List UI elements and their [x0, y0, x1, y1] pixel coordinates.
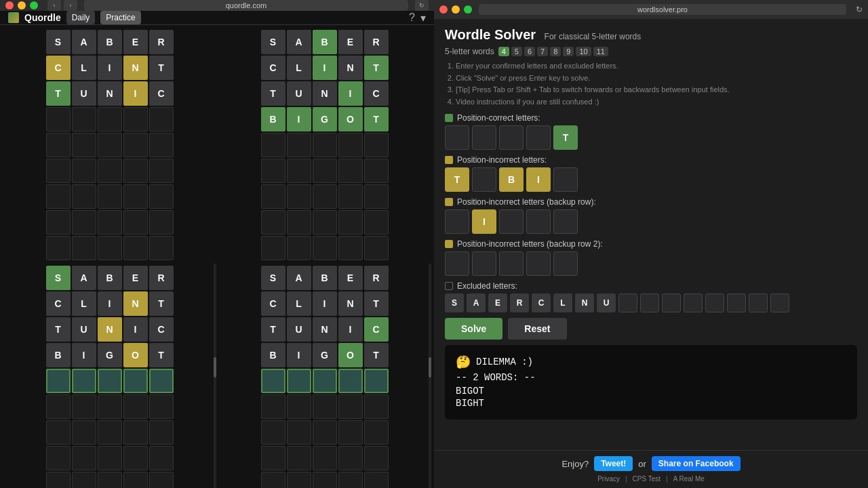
letter-input-cell[interactable] — [472, 125, 496, 150]
right-fullscreen-dot[interactable] — [464, 5, 472, 14]
grid-cell: B — [98, 30, 122, 54]
grid-cell — [149, 133, 174, 157]
letter-input-cell[interactable] — [499, 251, 524, 276]
word-count-10[interactable]: 10 — [576, 47, 591, 56]
grid-cell: N — [98, 81, 122, 106]
tweet-button[interactable]: Tweet! — [594, 456, 633, 471]
chevron-down-icon[interactable]: ▾ — [420, 12, 426, 24]
close-dot[interactable] — [5, 1, 14, 9]
solve-button[interactable]: Solve — [445, 318, 502, 340]
facebook-button[interactable]: Share on Facebook — [652, 456, 741, 471]
grid-cell — [338, 133, 363, 157]
word-count-5[interactable]: 5 — [511, 47, 522, 56]
refresh-btn[interactable]: ↻ — [415, 0, 429, 11]
word-count-8[interactable]: 8 — [550, 47, 561, 56]
practice-btn[interactable]: Practice — [100, 11, 140, 24]
word-count-6[interactable]: 6 — [524, 47, 535, 56]
letter-input-cell[interactable]: I — [472, 209, 496, 234]
excluded-empty-cell[interactable] — [705, 293, 724, 312]
letter-input-cell[interactable] — [499, 125, 524, 150]
excluded-letter-cell[interactable]: S — [445, 293, 464, 312]
minimize-dot[interactable] — [18, 1, 26, 9]
excluded-letter-cell[interactable]: R — [510, 293, 529, 312]
letter-input-cell[interactable] — [445, 125, 469, 150]
word-count-4[interactable]: 4 — [498, 47, 509, 56]
word-count-7[interactable]: 7 — [537, 47, 548, 56]
position-correct-inputs[interactable]: T — [445, 125, 857, 150]
grid-cell: N — [98, 317, 122, 342]
right-refresh-icon[interactable]: ↻ — [856, 5, 863, 14]
letter-input-cell[interactable]: B — [499, 167, 524, 192]
excluded-letter-cell[interactable]: E — [488, 293, 507, 312]
grid-row — [5, 420, 214, 445]
letter-input-cell[interactable] — [499, 209, 524, 234]
left-url-bar[interactable]: quordle.com — [84, 0, 408, 11]
excluded-empty-cell[interactable] — [770, 293, 789, 312]
letter-input-cell[interactable] — [472, 167, 496, 192]
right-url-bar[interactable]: wordlsolver.pro — [479, 4, 846, 15]
grid-cell — [261, 420, 285, 445]
letter-input-cell[interactable] — [472, 251, 496, 276]
grid-row: CLINT — [5, 291, 214, 316]
grid-cell — [72, 369, 96, 393]
grid-row: TUNIC — [220, 317, 429, 342]
excluded-letter-cell[interactable]: A — [467, 293, 486, 312]
solver-title: Wordle Solver — [445, 27, 536, 42]
grid-cell — [72, 446, 96, 470]
letter-input-cell[interactable] — [526, 209, 551, 234]
right-close-dot[interactable] — [439, 5, 448, 14]
letter-input-cell[interactable] — [445, 251, 469, 276]
grid-cell: T — [46, 81, 71, 106]
letter-input-cell[interactable] — [526, 125, 551, 150]
footer-link-cps-test[interactable]: CPS Test — [633, 475, 661, 483]
excluded-letter-cell[interactable]: L — [553, 293, 572, 312]
letter-input-cell[interactable]: I — [526, 167, 551, 192]
excluded-empty-cell[interactable] — [640, 293, 659, 312]
excluded-letters[interactable]: SAERCLNU — [445, 293, 857, 312]
back-btn[interactable]: ‹ — [47, 0, 61, 11]
letter-input-cell[interactable]: T — [445, 167, 469, 192]
excluded-empty-cell[interactable] — [684, 293, 703, 312]
excluded-empty-cell[interactable] — [662, 293, 681, 312]
correct-dot-icon — [445, 114, 453, 122]
excluded-empty-cell[interactable] — [727, 293, 746, 312]
footer-link-privacy[interactable]: Privacy — [597, 475, 620, 483]
excluded-empty-cell[interactable] — [749, 293, 768, 312]
grid-cell — [149, 159, 174, 183]
instruction-item: Video instructions if you are still conf… — [456, 96, 857, 108]
letter-input-cell[interactable] — [526, 251, 551, 276]
letter-input-cell[interactable] — [553, 251, 578, 276]
reset-button[interactable]: Reset — [508, 318, 566, 340]
grid-cell — [261, 394, 285, 419]
grid-cell — [123, 107, 148, 131]
grid-cell — [98, 446, 122, 470]
position-incorrect-inputs[interactable]: TBI — [445, 167, 857, 192]
excluded-letter-cell[interactable]: N — [575, 293, 594, 312]
footer-link-a-real-me[interactable]: A Real Me — [673, 475, 705, 483]
right-minimize-dot[interactable] — [452, 5, 460, 14]
position-incorrect-backup2-inputs[interactable] — [445, 251, 857, 276]
grid-cell — [261, 369, 285, 393]
word-count-11[interactable]: 11 — [593, 47, 608, 56]
grid-cell — [72, 236, 96, 260]
excluded-letter-cell[interactable]: C — [532, 293, 551, 312]
excluded-empty-cell[interactable] — [618, 293, 637, 312]
grid-cell — [98, 133, 122, 157]
solver-content: Wordle Solver For classical 5-letter wor… — [434, 19, 868, 450]
word-count-9[interactable]: 9 — [563, 47, 574, 56]
grid-cell — [123, 420, 148, 445]
daily-btn[interactable]: Daily — [66, 11, 96, 24]
letter-input-cell[interactable] — [553, 209, 578, 234]
grid-cell: S — [46, 266, 71, 290]
grid-cell — [364, 159, 389, 183]
fullscreen-dot[interactable] — [30, 1, 38, 9]
grid-cell — [123, 472, 148, 488]
forward-btn[interactable]: › — [64, 0, 77, 11]
grid-cell — [338, 472, 363, 488]
excluded-letter-cell[interactable]: U — [597, 293, 616, 312]
letter-input-cell[interactable] — [445, 209, 469, 234]
letter-input-cell[interactable] — [553, 167, 578, 192]
letter-input-cell[interactable]: T — [553, 125, 578, 150]
position-incorrect-backup-inputs[interactable]: I — [445, 209, 857, 234]
help-icon[interactable]: ? — [409, 12, 415, 24]
